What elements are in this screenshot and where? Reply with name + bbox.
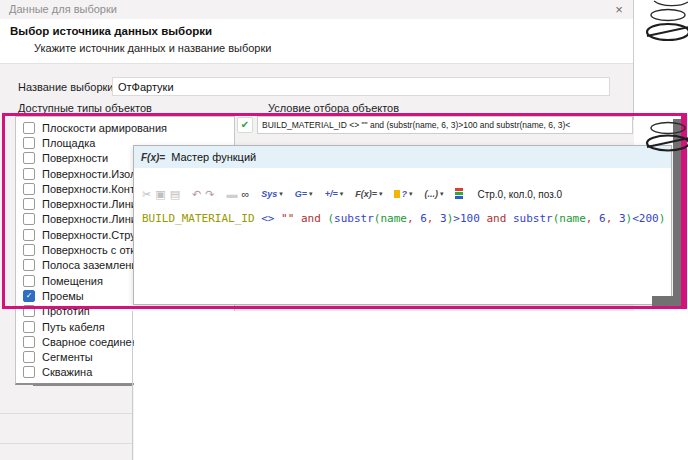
unchecked-checkbox-icon[interactable] (23, 213, 35, 225)
undo-icon[interactable]: ↶ (192, 188, 201, 201)
condition-label: Условие отбора объектов (268, 102, 399, 114)
formula-editor[interactable]: BUILD_MATERIAL_ID <> "" and (substr(name… (135, 206, 670, 303)
copy-icon[interactable]: ▣ (155, 188, 165, 201)
function-wizard-icon: F(x)= (141, 152, 165, 163)
sys-functions-menu[interactable]: Sys▾ (261, 189, 283, 199)
type-list-item-label: Путь кабеля (42, 321, 105, 333)
unchecked-checkbox-icon[interactable] (23, 244, 35, 256)
highlight-shadow (652, 296, 681, 307)
header-title: Выбор источника данных выборки (10, 25, 212, 37)
type-list-item-label: Поверхность с отко (42, 244, 141, 256)
insert-link-icon[interactable]: ∞ (241, 188, 249, 200)
type-list-item-label: Скважина (42, 366, 92, 378)
dialog-title: Данные для выборки (9, 3, 117, 15)
function-wizard-toolbar: ✂▣▤↶↷▬∞Sys▾G=▾+/=▾F(x)=▾?▾(...)▾Стр.0, к… (134, 182, 671, 206)
dialog-titlebar: Данные для выборки (0, 0, 634, 19)
global-vars-menu[interactable]: G=▾ (295, 189, 313, 199)
list-bottom-edge (33, 384, 132, 386)
unchecked-checkbox-icon[interactable] (23, 275, 35, 287)
unchecked-checkbox-icon[interactable] (23, 351, 35, 363)
unchecked-checkbox-icon[interactable] (23, 321, 35, 333)
paste-icon[interactable]: ▤ (170, 188, 180, 201)
type-list-item-label: Плоскости армирования (42, 122, 167, 134)
highlight-shadow (673, 119, 682, 303)
dialog-separator (0, 443, 132, 444)
operators-menu[interactable]: +/=▾ (325, 189, 344, 199)
condition-input[interactable]: BUILD_MATERIAL_ID <> "" and (substr(name… (257, 116, 633, 134)
brackets-menu[interactable]: (...)▾ (424, 189, 443, 199)
type-list-item-label: Сегменты (42, 351, 93, 363)
type-list-item[interactable]: Плоскости армирования (16, 120, 234, 135)
cut-icon[interactable]: ✂ (142, 188, 151, 201)
crop-edge (132, 311, 133, 460)
type-list-item-label: Полоса заземления (42, 259, 143, 271)
unchecked-checkbox-icon[interactable] (23, 366, 35, 378)
unchecked-checkbox-icon[interactable] (23, 137, 35, 149)
query-menu[interactable]: ?▾ (394, 189, 412, 199)
type-list-item-label: Проемы (42, 290, 84, 302)
formula-text: BUILD_MATERIAL_ID <> "" and (substr(name… (142, 212, 665, 225)
header-subtitle: Укажите источник данных и название выбор… (34, 42, 271, 54)
unchecked-checkbox-icon[interactable] (23, 198, 35, 210)
function-wizard-title: Мастер функций (171, 151, 256, 163)
unchecked-checkbox-icon[interactable] (23, 168, 35, 180)
colors-icon[interactable] (455, 188, 467, 200)
type-list-item-label: Поверхности (42, 152, 108, 164)
dash-icon[interactable]: ▬ (226, 188, 237, 200)
type-list-item-label: Помещения (42, 275, 103, 287)
unchecked-checkbox-icon[interactable] (23, 183, 35, 195)
close-icon[interactable]: × (606, 0, 632, 19)
cropped-blank-area (134, 311, 688, 460)
unchecked-checkbox-icon[interactable] (23, 152, 35, 164)
type-list-item-label: Площадка (42, 137, 95, 149)
redo-icon[interactable]: ↷ (205, 188, 214, 201)
unchecked-checkbox-icon[interactable] (23, 229, 35, 241)
cursor-position-status: Стр.0, кол.0, поз.0 (477, 189, 562, 200)
type-list-item-label: Поверхности.Линия (42, 198, 143, 210)
dialog-header: Выбор источника данных выборки Укажите и… (0, 19, 634, 64)
check-condition-button[interactable]: ✔ (237, 117, 253, 133)
unchecked-checkbox-icon[interactable] (23, 305, 35, 317)
functions-menu[interactable]: F(x)=▾ (355, 189, 382, 199)
dialog-right-edge (633, 0, 634, 120)
screenshot-stage: Данные для выборки × Выбор источника дан… (0, 0, 688, 460)
object-types-label: Доступные типы объектов (18, 102, 152, 114)
function-wizard-titlebar: F(x)= Мастер функций (134, 146, 671, 168)
type-list-item-label: Прототип (42, 305, 90, 317)
type-list-item-label: Поверхности.Линия (42, 213, 143, 225)
type-list-item-label: Поверхности.Изоля (42, 168, 142, 180)
function-wizard-window: F(x)= Мастер функций ✂▣▤↶↷▬∞Sys▾G=▾+/=▾F… (133, 145, 672, 305)
unchecked-checkbox-icon[interactable] (23, 336, 35, 348)
type-list-item-label: Поверхности.Конту (42, 183, 141, 195)
unchecked-checkbox-icon[interactable] (23, 259, 35, 271)
selection-name-label: Название выборки (18, 81, 113, 93)
checked-checkbox-icon[interactable]: ✓ (23, 290, 35, 302)
dialog-separator (0, 413, 132, 414)
unchecked-checkbox-icon[interactable] (23, 122, 35, 134)
selection-name-input[interactable]: ОтФартуки (112, 77, 610, 96)
type-list-item-label: Поверхности.Струк (42, 229, 141, 241)
